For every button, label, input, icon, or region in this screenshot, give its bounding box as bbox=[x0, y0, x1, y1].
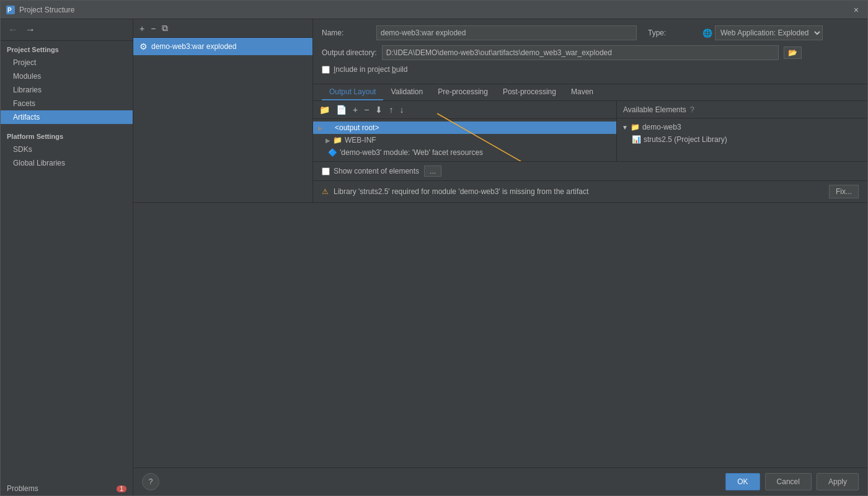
available-tree: ▼ 📁 demo-web3 📊 struts2.5 (Project Libra… bbox=[617, 118, 867, 161]
tree-item-output-root[interactable]: ▶ ⚙ <output root> bbox=[313, 122, 616, 134]
remove-artifact-button[interactable]: − bbox=[148, 22, 158, 35]
artifact-toolbar: + − ⧉ bbox=[133, 19, 312, 38]
tree-item-demo-web3[interactable]: ▼ 📁 demo-web3 bbox=[617, 121, 867, 133]
web-inf-icon: 📁 bbox=[333, 136, 342, 144]
ok-button[interactable]: OK bbox=[725, 473, 760, 490]
warning-icon: ⚠ bbox=[322, 187, 329, 196]
output-add-file-button[interactable]: 📄 bbox=[334, 104, 349, 116]
forward-button[interactable]: → bbox=[23, 23, 38, 37]
help-button[interactable]: ? bbox=[142, 473, 159, 490]
sidebar-nav: ← → bbox=[1, 19, 133, 41]
tree-arrow-web-inf: ▶ bbox=[326, 137, 330, 144]
output-up-button[interactable]: ↑ bbox=[386, 104, 396, 116]
include-checkbox-row: Include in project build bbox=[322, 65, 859, 74]
output-remove-button[interactable]: − bbox=[361, 104, 371, 116]
type-select-wrapper: 🌐 Web Application: Exploded bbox=[702, 25, 823, 40]
output-dir-row: Output directory: 📂 bbox=[322, 45, 859, 60]
name-input[interactable] bbox=[376, 25, 637, 40]
problems-badge: 1 bbox=[117, 485, 126, 492]
sidebar-item-sdks[interactable]: SDKs bbox=[1, 143, 133, 156]
artifact-list-panel: + − ⧉ ⚙ demo-web3:war exploded bbox=[133, 19, 313, 202]
tabs-bar: Output Layout Validation Pre-processing … bbox=[313, 84, 867, 101]
available-elements-header: Available Elements ? bbox=[617, 101, 867, 118]
show-content-label: Show content of elements bbox=[334, 167, 419, 175]
type-label: Type: bbox=[648, 29, 698, 37]
include-label: Include in project build bbox=[334, 65, 407, 74]
output-add-dir-button[interactable]: 📁 bbox=[317, 104, 332, 116]
footer-left: ? bbox=[142, 473, 159, 490]
dialog: P Project Structure × ← → Project Settin… bbox=[0, 0, 868, 496]
tab-post-processing[interactable]: Post-processing bbox=[495, 84, 564, 100]
available-elements-panel: Available Elements ? ▼ 📁 demo-web3 bbox=[617, 101, 867, 161]
copy-artifact-button[interactable]: ⧉ bbox=[159, 22, 170, 35]
output-tree: ▶ ⚙ <output root> ▶ 📁 WEB-INF bbox=[313, 119, 616, 161]
tree-item-struts2[interactable]: 📊 struts2.5 (Project Library) bbox=[617, 133, 867, 146]
project-settings-section-title: Project Settings bbox=[1, 41, 133, 56]
dots-button[interactable]: ... bbox=[424, 166, 441, 177]
tree-item-web-facet[interactable]: 🔷 'demo-web3' module: 'Web' facet resour… bbox=[313, 146, 616, 159]
output-toolbar: 📁 📄 + − ⬇ ↑ ↓ bbox=[313, 101, 616, 119]
detail-panel: Name: Type: 🌐 Web Application: Exploded bbox=[313, 19, 867, 202]
available-elements-help-icon[interactable]: ? bbox=[690, 105, 694, 114]
type-select[interactable]: Web Application: Exploded bbox=[715, 25, 823, 40]
fix-button[interactable]: Fix... bbox=[829, 185, 859, 198]
output-sort-button[interactable]: ⬇ bbox=[373, 104, 385, 116]
sidebar: ← → Project Settings Project Modules Lib… bbox=[1, 19, 133, 495]
type-icon: 🌐 bbox=[702, 29, 712, 38]
include-checkbox[interactable] bbox=[322, 66, 330, 74]
title-bar-text: Project Structure bbox=[19, 6, 850, 14]
sidebar-item-global-libraries[interactable]: Global Libraries bbox=[1, 156, 133, 170]
name-label: Name: bbox=[322, 29, 371, 37]
tree-arrow: ▶ bbox=[318, 125, 323, 131]
output-root-icon: ⚙ bbox=[326, 123, 332, 132]
add-artifact-button[interactable]: + bbox=[137, 22, 147, 35]
output-down-button[interactable]: ↓ bbox=[397, 104, 406, 116]
show-content-checkbox-row: Show content of elements bbox=[322, 167, 419, 175]
app-icon: P bbox=[6, 5, 16, 15]
platform-settings-section-title: Platform Settings bbox=[1, 128, 133, 143]
tab-pre-processing[interactable]: Pre-processing bbox=[430, 84, 495, 100]
main-content: ← → Project Settings Project Modules Lib… bbox=[1, 19, 867, 495]
sidebar-item-modules[interactable]: Modules bbox=[1, 69, 133, 83]
web-facet-icon: 🔷 bbox=[328, 148, 337, 157]
close-button[interactable]: × bbox=[850, 4, 862, 16]
content-area: 📁 📄 + − ⬇ ↑ ↓ ▶ bbox=[313, 101, 867, 161]
available-elements-title: Available Elements bbox=[623, 105, 686, 114]
tab-output-layout[interactable]: Output Layout bbox=[322, 84, 383, 100]
tab-validation[interactable]: Validation bbox=[383, 84, 430, 100]
warning-bar: ⚠ Library 'struts2.5' required for modul… bbox=[313, 180, 867, 202]
bottom-bar: Show content of elements ... bbox=[313, 161, 867, 180]
svg-text:P: P bbox=[7, 7, 12, 14]
warning-message: Library 'struts2.5' required for module … bbox=[334, 187, 824, 196]
sidebar-item-libraries[interactable]: Libraries bbox=[1, 83, 133, 97]
output-layout-panel: 📁 📄 + − ⬇ ↑ ↓ ▶ bbox=[313, 101, 617, 161]
right-panel: + − ⧉ ⚙ demo-web3:war exploded bbox=[133, 19, 867, 495]
output-dir-label: Output directory: bbox=[322, 48, 377, 57]
detail-header: Name: Type: 🌐 Web Application: Exploded bbox=[313, 19, 867, 84]
back-button[interactable]: ← bbox=[6, 23, 20, 37]
output-add-button[interactable]: + bbox=[350, 104, 360, 116]
artifact-icon: ⚙ bbox=[140, 42, 148, 51]
artifact-item[interactable]: ⚙ demo-web3:war exploded bbox=[133, 38, 312, 55]
struts2-icon: 📊 bbox=[632, 135, 641, 144]
output-dir-input[interactable] bbox=[382, 45, 779, 60]
cancel-button[interactable]: Cancel bbox=[765, 473, 812, 490]
sidebar-item-facets[interactable]: Facets bbox=[1, 97, 133, 110]
tree-arrow-demo-web3: ▼ bbox=[622, 124, 628, 131]
show-content-checkbox[interactable] bbox=[322, 167, 330, 175]
sidebar-item-project[interactable]: Project bbox=[1, 56, 133, 69]
tree-item-web-inf[interactable]: ▶ 📁 WEB-INF bbox=[313, 134, 616, 146]
browse-button[interactable]: 📂 bbox=[784, 46, 802, 59]
name-row: Name: Type: 🌐 Web Application: Exploded bbox=[322, 25, 859, 40]
tab-maven[interactable]: Maven bbox=[564, 84, 601, 100]
footer: ? OK Cancel Apply bbox=[133, 467, 867, 495]
apply-button[interactable]: Apply bbox=[817, 473, 859, 490]
title-bar: P Project Structure × bbox=[1, 1, 867, 19]
sidebar-item-artifacts[interactable]: Artifacts bbox=[1, 110, 133, 124]
demo-web3-icon: 📁 bbox=[631, 123, 640, 131]
sidebar-item-problems[interactable]: Problems 1 bbox=[1, 482, 133, 495]
